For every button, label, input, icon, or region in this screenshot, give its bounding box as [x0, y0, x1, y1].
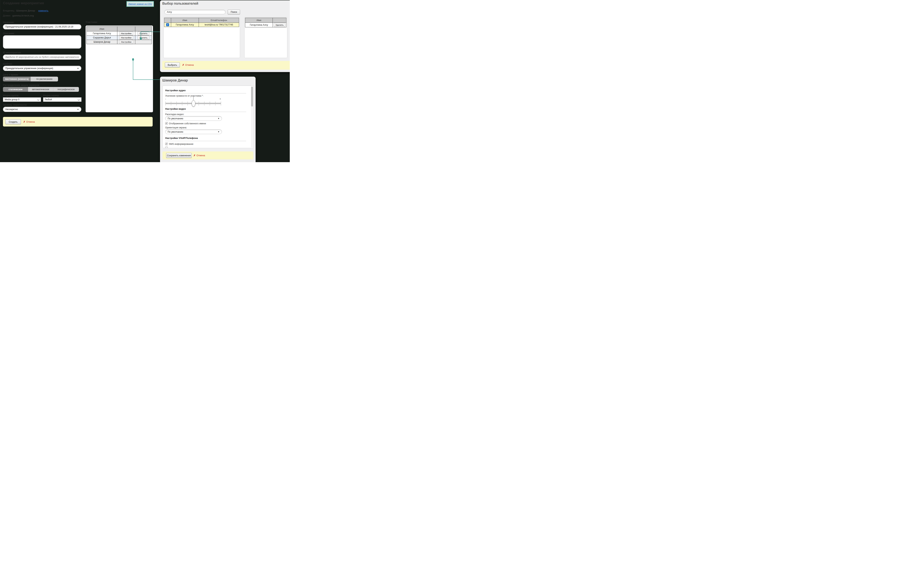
slider-minus-label: -: [165, 98, 166, 100]
connector-add-participants-dot: [140, 37, 142, 40]
email-column-header: Email/телефон: [199, 18, 239, 23]
owner-name: Шакиров Динар: [16, 9, 35, 12]
remove-column-header: [135, 27, 152, 32]
create-footer-bar: Создать ✗Отмена: [3, 117, 153, 126]
settings-footer-bar: Сохранить изменения ✗Отмена: [163, 151, 253, 159]
distribution-label: Распределение медиа серверов:: [3, 84, 40, 87]
checked-checkbox[interactable]: ✓: [166, 23, 169, 26]
distribution-option-automatic[interactable]: автоматическое: [28, 87, 53, 92]
event-id-input[interactable]: [3, 55, 81, 60]
secrecy-dropdown[interactable]: Несекретно ▼: [3, 107, 81, 112]
video-section-heading: Настройки видео: [165, 107, 186, 110]
media-server-select[interactable]: Любой: [43, 97, 82, 102]
gain-label: Усиление громкости от участника *:: [165, 95, 204, 97]
name-column-header: Имя: [87, 27, 117, 32]
remove-column-header: [273, 18, 286, 23]
distribution-segmented: статическое автоматическое географическо…: [3, 87, 79, 92]
participant-settings-cell: Настройки: [117, 36, 135, 40]
settings-button[interactable]: Настройки: [119, 32, 133, 35]
page-title: Создание мероприятия: [3, 1, 44, 5]
owner-change-link[interactable]: изменить: [38, 9, 48, 12]
owner-label: Владелец:: [3, 9, 15, 12]
search-results-table: Имя Email/телефон ✓ Гатауллина Алсу test…: [164, 18, 239, 27]
participant-remove-cell: [135, 40, 152, 44]
video-layout-dropdown[interactable]: По умолчанию ▼: [165, 116, 222, 121]
cancel-link[interactable]: ✗Отмена: [23, 120, 35, 123]
import-rooms-link[interactable]: Импорт комнат из CSV: [128, 3, 152, 5]
result-email: test4@iva.ru/ 79017317745: [199, 23, 239, 27]
template-label: Шаблон:: [3, 62, 13, 65]
media-server-label: Медиа сервер:: [43, 94, 60, 97]
distribution-option-static[interactable]: статическое: [3, 87, 28, 92]
sms-label: SMS информирование: [169, 143, 193, 145]
participant-name: Шакиров Динар: [87, 40, 117, 44]
cancel-x-icon: ✗: [23, 120, 25, 123]
audio-section-heading: Настройки аудио: [165, 89, 186, 92]
divider: [165, 93, 246, 94]
selected-user-name: Гатауллина Алсу: [245, 23, 273, 27]
participant-settings-cell: Настройки: [117, 40, 135, 44]
search-button[interactable]: Поиск: [227, 9, 240, 14]
settings-button[interactable]: Настройки: [119, 40, 133, 44]
cancel-x-icon: ✗: [182, 63, 184, 66]
remove-button[interactable]: Удалить: [274, 23, 286, 27]
create-button[interactable]: Создать: [5, 119, 21, 124]
template-value: Принудительное управление (конференция): [5, 67, 53, 69]
sms-checkbox[interactable]: ✓: [165, 143, 168, 145]
user-select-footer-bar: Выбрать ✗Отмена: [162, 61, 290, 69]
domain-value: gamma.hi-tech.org: [13, 14, 34, 17]
settings-button[interactable]: Настройки: [119, 36, 133, 40]
connector-settings-vline: [133, 60, 133, 80]
name-column-header: Имя: [245, 18, 273, 23]
orientation-label: Ориентация экрана:: [165, 126, 187, 129]
participant-name: Гатауллина Алсу: [87, 32, 117, 36]
template-dropdown[interactable]: Принудительное управление (конференция) …: [3, 66, 81, 71]
selected-users-container: Имя Гатауллина Алсу Удалить: [244, 17, 287, 58]
result-checkbox-cell: ✓: [164, 23, 171, 27]
cancel-link[interactable]: ✗Отмена: [193, 154, 205, 157]
scrollbar-thumb[interactable]: [251, 87, 253, 107]
slider-plus-label: +: [220, 98, 221, 100]
user-search-input[interactable]: [164, 10, 226, 14]
owner-row: Владелец: Шакиров Динар изменить: [3, 9, 48, 12]
participant-row: Гатауллина Алсу Настройки Удалить: [87, 32, 152, 36]
media-server-value: Любой: [45, 98, 52, 101]
selected-users-table: Имя Гатауллина Алсу Удалить: [245, 18, 286, 27]
connector-settings-dot: [132, 58, 134, 61]
media-group-value: Media group 0: [5, 98, 19, 101]
event-name-input[interactable]: [3, 24, 81, 29]
participant-row: Шакиров Динар Настройки: [87, 40, 152, 44]
show-own-name-checkbox[interactable]: ✓: [165, 122, 168, 125]
distribution-option-geographic[interactable]: географическое: [53, 87, 79, 92]
description-textarea[interactable]: [3, 35, 81, 49]
show-own-name-label: Отображение собственного имени: [169, 122, 206, 125]
datetime-option-permanent[interactable]: постоянно (комната): [3, 77, 31, 82]
media-group-select[interactable]: Media group 0: [3, 97, 41, 102]
user-select-title: Выбор пользователей: [162, 2, 198, 6]
orientation-dropdown[interactable]: По умолчанию ▼: [165, 129, 222, 134]
remove-button[interactable]: Удалить: [137, 36, 149, 40]
connector-settings-hline: [133, 79, 160, 80]
remove-button[interactable]: Удалить: [137, 32, 149, 35]
datetime-option-scheduled[interactable]: по расписанию: [31, 77, 58, 82]
save-changes-button[interactable]: Сохранить изменения: [166, 153, 192, 158]
connector-add-participants-hline: [141, 32, 160, 32]
divider: [165, 112, 246, 112]
settings-column-header: [117, 27, 135, 32]
caret-down-icon: ▼: [218, 117, 220, 120]
participant-name: Сидорова Дарья: [87, 36, 117, 40]
selected-user-remove-cell: Удалить: [273, 23, 286, 27]
select-button[interactable]: Выбрать: [165, 62, 180, 68]
datetime-label: Дата и время:: [3, 73, 19, 76]
video-layout-value: По умолчанию: [167, 117, 183, 120]
domain-label: Домен:: [3, 14, 11, 17]
partial-checkbox[interactable]: [165, 147, 168, 148]
slider-thumb[interactable]: [192, 100, 195, 107]
volume-slider: - +: [165, 97, 221, 107]
cancel-link[interactable]: ✗Отмена: [182, 63, 194, 66]
cancel-x-icon: ✗: [193, 154, 196, 157]
table-header-row: Имя: [245, 18, 286, 23]
secrecy-value: Несекретно: [5, 108, 18, 110]
scrollbar-track[interactable]: [251, 86, 253, 148]
caret-down-icon: ▼: [77, 68, 79, 69]
